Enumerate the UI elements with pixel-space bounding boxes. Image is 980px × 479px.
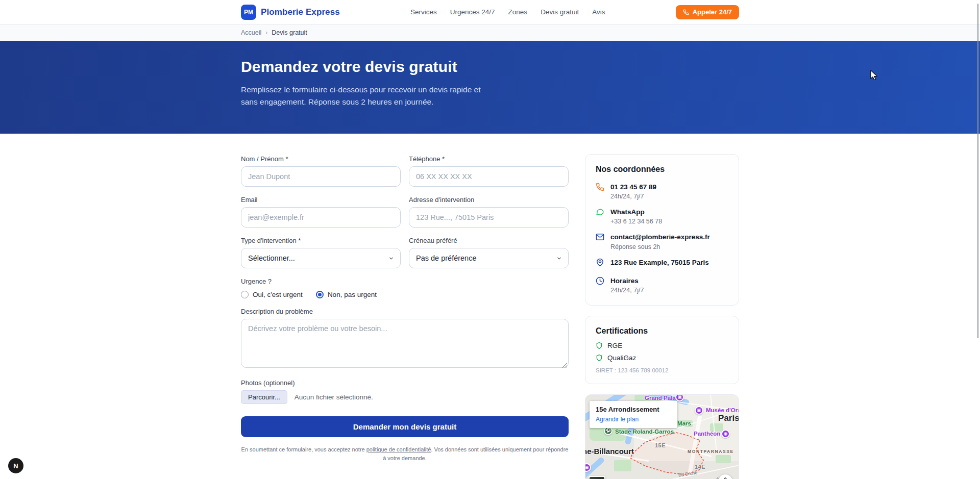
brand-logo[interactable]: PM Plomberie Express [241, 5, 340, 20]
clock-icon [596, 276, 605, 294]
page-scrollbar[interactable] [977, 4, 979, 338]
breadcrumb-current: Devis gratuit [272, 29, 307, 36]
brand-name: Plomberie Express [261, 7, 340, 17]
time-slot-select[interactable]: Pas de préférence [409, 248, 569, 268]
contact-email-address: contact@plomberie-express.fr [610, 233, 710, 241]
nav-item-urgences[interactable]: Urgences 24/7 [450, 8, 495, 16]
address-input[interactable] [409, 207, 569, 228]
nav-item-devis[interactable]: Devis gratuit [541, 8, 579, 16]
contact-item-address[interactable]: 123 Rue Example, 75015 Paris [596, 258, 728, 269]
certification-label: QualiGaz [607, 354, 636, 362]
submit-button[interactable]: Demander mon devis gratuit [241, 416, 569, 437]
browse-button[interactable]: Parcourir... [241, 390, 287, 404]
page: PM Plomberie Express Services Urgences 2… [0, 0, 980, 479]
urgency-no-label: Non, pas urgent [328, 291, 377, 298]
contact-hours-title: Horaires [610, 277, 639, 285]
quote-form: Nom / Prénom * Téléphone * Email Adresse… [241, 134, 569, 479]
main-content: Nom / Prénom * Téléphone * Email Adresse… [241, 134, 739, 479]
contact-item-whatsapp[interactable]: WhatsApp +33 6 12 34 56 78 [596, 207, 728, 225]
map-pin-icon [596, 258, 605, 269]
time-slot-value: Pas de préférence [416, 254, 477, 262]
shield-icon [596, 354, 603, 362]
sidebar: Nos coordonnées 01 23 45 67 89 24h/24, 7… [585, 134, 739, 479]
name-label: Nom / Prénom * [241, 155, 401, 163]
phone-icon [683, 9, 689, 15]
contact-hours-value: 24h/24, 7j/7 [610, 287, 644, 294]
intervention-type-value: Sélectionner... [248, 254, 295, 262]
name-input[interactable] [241, 166, 401, 187]
contact-whatsapp-number: +33 6 12 34 56 78 [610, 218, 662, 225]
certifications-card: Certifications RGE QualiGaz SIRET : 123 … [585, 316, 739, 384]
description-label: Description du problème [241, 308, 569, 315]
form-disclaimer: En soumettant ce formulaire, vous accept… [241, 445, 569, 462]
time-slot-label: Créneau préféré [409, 237, 569, 244]
map-info-box: 15e Arrondissement Agrandir le plan [590, 401, 677, 428]
email-label: Email [241, 196, 401, 204]
map-info-title: 15e Arrondissement [596, 406, 671, 413]
breadcrumb: Accueil › Devis gratuit [0, 24, 980, 41]
radio-unselected-icon[interactable] [241, 291, 249, 298]
chevron-down-icon [388, 256, 394, 261]
contact-card: Nos coordonnées 01 23 45 67 89 24h/24, 7… [585, 154, 739, 306]
contact-item-phone[interactable]: 01 23 45 67 89 24h/24, 7j/7 [596, 182, 728, 200]
chevron-down-icon [556, 256, 562, 261]
urgency-option-yes[interactable]: Oui, c'est urgent [241, 291, 303, 298]
radio-selected-icon[interactable] [316, 291, 324, 298]
breadcrumb-home[interactable]: Accueil [241, 29, 261, 36]
siret-number: SIRET : 123 456 789 00012 [596, 367, 728, 373]
map-enlarge-link[interactable]: Agrandir le plan [596, 416, 639, 423]
logo-icon: PM [241, 5, 256, 20]
map-embed[interactable]: ▣ ▣ ◉ ⚽ ▣ Grand Palais Musée d'Ors Paris… [585, 394, 739, 479]
contact-email-response: Réponse sous 2h [610, 243, 710, 250]
whatsapp-icon [596, 207, 605, 225]
no-file-text: Aucun fichier sélectionné. [295, 393, 373, 401]
nav-item-services[interactable]: Services [410, 8, 437, 16]
intervention-type-select[interactable]: Sélectionner... [241, 248, 401, 268]
phone-label: Téléphone * [409, 155, 569, 163]
photos-label: Photos (optionnel) [241, 379, 569, 387]
breadcrumb-separator: › [265, 29, 267, 36]
contact-street-address: 123 Rue Example, 75015 Paris [610, 259, 709, 266]
contact-card-title: Nos coordonnées [596, 165, 728, 174]
hero-banner: Demandez votre devis gratuit Remplissez … [0, 41, 980, 134]
page-subtitle: Remplissez le formulaire ci-dessous pour… [241, 84, 486, 108]
intervention-type-label: Type d'intervention * [241, 237, 401, 244]
description-textarea[interactable] [241, 319, 569, 368]
call-button[interactable]: Appeler 24/7 [676, 5, 739, 19]
main-nav: Services Urgences 24/7 Zones Devis gratu… [410, 8, 605, 16]
urgency-label: Urgence ? [241, 278, 569, 285]
phone-icon [596, 182, 605, 200]
contact-whatsapp-title: WhatsApp [610, 208, 645, 216]
disclaimer-prefix: En soumettant ce formulaire, vous accept… [241, 446, 366, 452]
shield-icon [596, 342, 603, 349]
mail-icon [596, 232, 605, 250]
satellite-view-toggle[interactable] [589, 476, 605, 479]
contact-item-email[interactable]: contact@plomberie-express.fr Réponse sou… [596, 232, 728, 250]
certification-qualigaz: QualiGaz [596, 354, 728, 362]
contact-phone-number: 01 23 45 67 89 [610, 183, 656, 191]
page-title: Demandez votre devis gratuit [241, 58, 739, 75]
privacy-policy-link[interactable]: politique de confidentialité [366, 446, 431, 452]
urgency-yes-label: Oui, c'est urgent [253, 291, 303, 298]
urgency-option-no[interactable]: Non, pas urgent [316, 291, 377, 298]
certifications-title: Certifications [596, 326, 728, 336]
call-button-label: Appeler 24/7 [693, 8, 732, 16]
certification-rge: RGE [596, 342, 728, 349]
phone-input[interactable] [409, 166, 569, 187]
nav-item-avis[interactable]: Avis [592, 8, 605, 16]
email-input[interactable] [241, 207, 401, 228]
nav-item-zones[interactable]: Zones [508, 8, 528, 16]
certification-label: RGE [607, 342, 622, 349]
address-label: Adresse d'intervention [409, 196, 569, 204]
contact-phone-hours: 24h/24, 7j/7 [610, 193, 656, 200]
header: PM Plomberie Express Services Urgences 2… [0, 0, 980, 24]
nextjs-dev-badge[interactable]: N [8, 458, 23, 473]
contact-item-hours[interactable]: Horaires 24h/24, 7j/7 [596, 276, 728, 294]
